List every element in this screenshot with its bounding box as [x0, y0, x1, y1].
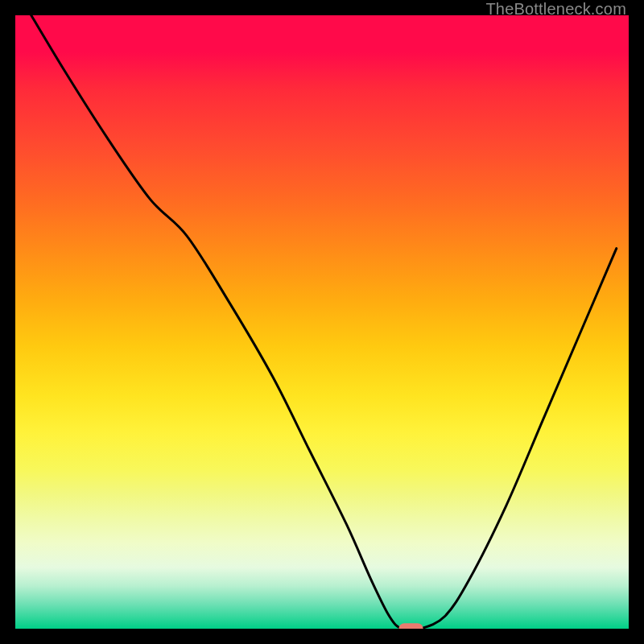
curve-svg	[15, 15, 629, 629]
plot-area	[15, 15, 629, 629]
bottleneck-curve	[27, 15, 617, 629]
chart-frame: TheBottleneck.com	[0, 0, 644, 644]
optimal-marker	[398, 623, 423, 629]
